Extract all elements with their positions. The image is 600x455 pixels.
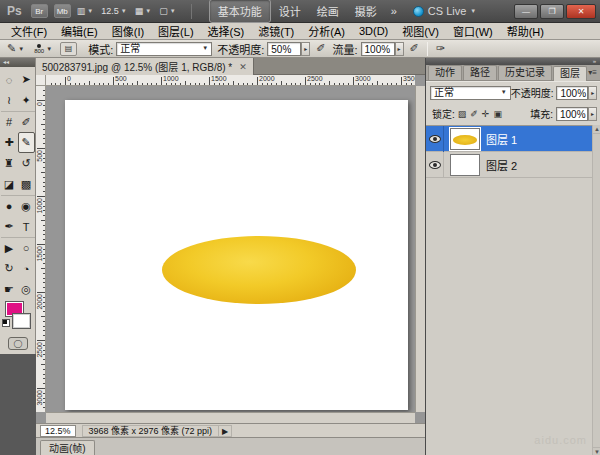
menu-item[interactable]: 选择(S): [201, 22, 252, 40]
menu-item[interactable]: 编辑(E): [54, 22, 105, 40]
eyedropper-tool[interactable]: ✐: [18, 111, 35, 132]
cs-live-button[interactable]: CS Live ▼: [413, 5, 484, 17]
default-colors-icon[interactable]: [2, 319, 10, 327]
layer-thumbnail[interactable]: [450, 154, 480, 176]
workspace-tab[interactable]: 基本功能: [209, 0, 271, 23]
scroll-down-icon[interactable]: ▼: [593, 447, 600, 455]
flow-slider-icon[interactable]: ▸: [395, 42, 404, 56]
layer-opacity-input[interactable]: 100%: [556, 86, 588, 100]
screen-mode-icon[interactable]: ▢: [159, 6, 168, 16]
crop-tool[interactable]: #: [1, 111, 18, 132]
lasso-tool[interactable]: ≀: [1, 90, 18, 111]
panel-tab[interactable]: 路径: [463, 65, 497, 80]
zoom-tool[interactable]: ◎: [18, 279, 35, 300]
layer-thumbnail[interactable]: [450, 128, 480, 150]
eraser-tool[interactable]: ◪: [1, 174, 18, 195]
layer-row[interactable]: 图层 1: [426, 126, 600, 152]
view-extras-icon[interactable]: ▥: [77, 6, 86, 16]
panel-tab[interactable]: 历史记录: [498, 65, 552, 80]
brush-tool[interactable]: ✎: [18, 132, 35, 153]
layer-opacity-slider-icon[interactable]: ▸: [588, 86, 597, 100]
layer-row[interactable]: 图层 2: [426, 152, 600, 178]
move-tool[interactable]: ➤: [18, 69, 35, 90]
workspace-overflow-button[interactable]: »: [391, 5, 397, 17]
flow-input[interactable]: 100%: [361, 42, 395, 56]
menu-item[interactable]: 图层(L): [151, 22, 200, 40]
blend-mode-select[interactable]: 正常▼: [116, 42, 212, 56]
document-tab-close-icon[interactable]: ✕: [239, 62, 247, 72]
blur-tool[interactable]: ●: [1, 195, 18, 216]
canvas[interactable]: [65, 100, 408, 410]
screen-mode-dropdown-icon[interactable]: ▼: [170, 8, 176, 14]
layer-list-scrollbar[interactable]: ▲▼: [592, 125, 600, 455]
bridge-icon[interactable]: Br: [31, 4, 48, 18]
menu-item[interactable]: 3D(D): [352, 24, 395, 38]
quick-mask-button[interactable]: ◯: [8, 337, 28, 350]
status-zoom-input[interactable]: 12.5%: [40, 425, 76, 437]
healing-brush-tool[interactable]: ✚: [1, 132, 18, 153]
menu-item[interactable]: 视图(V): [395, 22, 446, 40]
lock-position-icon[interactable]: ✛: [482, 109, 490, 119]
layer-blend-mode-select[interactable]: 正常▼: [430, 86, 511, 100]
quick-selection-tool[interactable]: ✦: [18, 90, 35, 111]
workspace-tab[interactable]: 摄影: [347, 0, 385, 22]
airbrush-toggle-icon[interactable]: ✐: [410, 42, 419, 55]
3d-orbit-tool[interactable]: ◔: [18, 258, 35, 279]
panel-menu-icon[interactable]: ▾≡: [588, 68, 597, 77]
layer-name[interactable]: 图层 2: [486, 157, 517, 173]
type-tool[interactable]: T: [18, 216, 35, 237]
dock-collapse-icon[interactable]: »: [426, 58, 600, 65]
history-brush-tool[interactable]: ↺: [18, 153, 35, 174]
canvas-viewport[interactable]: [46, 86, 415, 412]
menu-item[interactable]: 滤镜(T): [251, 22, 301, 40]
elliptical-marquee-tool[interactable]: ◌: [1, 69, 18, 90]
panel-tab[interactable]: 动作: [428, 65, 462, 80]
opacity-slider-icon[interactable]: ▸: [301, 42, 310, 56]
workspace-tab[interactable]: 设计: [271, 0, 309, 22]
toggle-brush-panel-icon[interactable]: ▤: [60, 42, 77, 56]
3d-rotate-tool[interactable]: ↻: [1, 258, 18, 279]
hand-tool[interactable]: ☛: [1, 279, 18, 300]
minibridge-icon[interactable]: Mb: [54, 4, 71, 18]
vertical-scrollbar[interactable]: [415, 86, 425, 412]
view-extras-dropdown-icon[interactable]: ▼: [87, 8, 93, 14]
layer-visibility-toggle[interactable]: [426, 152, 444, 178]
gradient-tool[interactable]: ▩: [18, 174, 35, 195]
horizontal-scrollbar[interactable]: [46, 412, 415, 423]
layer-name[interactable]: 图层 1: [486, 131, 517, 147]
current-tool-icon[interactable]: ✎: [7, 42, 16, 55]
workspace-tab[interactable]: 绘画: [309, 0, 347, 22]
pen-tool[interactable]: ✒: [1, 216, 18, 237]
path-selection-tool[interactable]: ▶: [1, 237, 18, 258]
brush-picker-dropdown-icon[interactable]: ▼: [46, 46, 52, 52]
tablet-pressure-icon[interactable]: ✑: [436, 42, 445, 55]
opacity-input[interactable]: 50%: [267, 42, 301, 56]
status-menu-arrow-icon[interactable]: ▶: [218, 425, 232, 437]
zoom-level-value[interactable]: 12.5: [101, 6, 119, 16]
lock-all-icon[interactable]: ▣: [493, 109, 502, 119]
ellipse-shape-tool[interactable]: ○: [18, 237, 35, 258]
clone-stamp-tool[interactable]: ♜: [1, 153, 18, 174]
minimize-button[interactable]: —: [514, 4, 538, 19]
scroll-up-icon[interactable]: ▲: [593, 125, 600, 134]
vertical-ruler[interactable]: 050010001500200025003000: [36, 86, 46, 412]
arrange-documents-dropdown-icon[interactable]: ▼: [145, 8, 151, 14]
background-color-swatch[interactable]: [12, 313, 31, 329]
airbrush-opacity-icon[interactable]: ✐: [316, 42, 325, 55]
menu-item[interactable]: 分析(A): [301, 22, 352, 40]
tool-preset-dropdown-icon[interactable]: ▼: [18, 46, 24, 52]
lock-transparency-icon[interactable]: ▨: [458, 109, 467, 119]
arrange-documents-icon[interactable]: ▦: [135, 6, 144, 16]
menu-item[interactable]: 图像(I): [105, 22, 151, 40]
layer-fill-input[interactable]: 100%: [556, 107, 588, 121]
layer-fill-slider-icon[interactable]: ▸: [588, 107, 597, 121]
lock-pixels-icon[interactable]: ✐: [470, 109, 478, 119]
restore-button[interactable]: ❐: [540, 4, 564, 19]
panel-tab[interactable]: 图层: [553, 66, 587, 81]
dodge-tool[interactable]: ◉: [18, 195, 35, 216]
close-button[interactable]: ✕: [566, 4, 596, 19]
menu-item[interactable]: 窗口(W): [446, 22, 500, 40]
horizontal-ruler[interactable]: 05001000150020002500300035004000: [46, 75, 415, 86]
document-tab[interactable]: 500283791.jpg @ 12.5% (图层 1, RGB/8) * ✕: [36, 58, 254, 75]
animation-panel-tab[interactable]: 动画(帧): [40, 440, 95, 455]
